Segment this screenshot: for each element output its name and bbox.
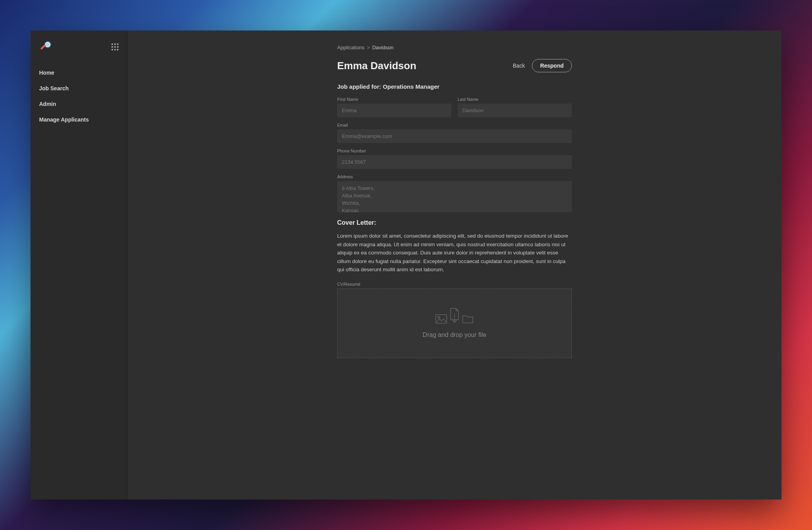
breadcrumb-parent-link[interactable]: Applications xyxy=(337,45,365,50)
job-prefix: Job applied for: xyxy=(337,83,383,90)
cover-letter-title: Cover Letter: xyxy=(337,219,572,226)
phone-label: Phone Number xyxy=(337,149,572,153)
svg-point-1 xyxy=(46,43,49,46)
dropzone-text: Drag and drop your file xyxy=(423,331,487,338)
address-label: Address xyxy=(337,174,572,179)
first-name-label: First Name xyxy=(337,97,451,102)
last-name-field[interactable] xyxy=(458,104,572,117)
breadcrumb-separator: > xyxy=(367,45,370,50)
sidebar-item-home[interactable]: Home xyxy=(31,65,127,81)
sidebar-nav: Home Job Search Admin Manage Applicants xyxy=(31,65,127,127)
job-title: Operations Manager xyxy=(383,83,440,90)
first-name-group: First Name xyxy=(337,97,451,117)
sidebar-top xyxy=(31,40,127,65)
app-logo-icon xyxy=(39,40,53,54)
phone-group: Phone Number xyxy=(337,149,572,169)
header-row: Emma Davidson Back Respond xyxy=(337,59,572,72)
sidebar: Home Job Search Admin Manage Applicants xyxy=(31,30,128,500)
image-icon xyxy=(435,314,447,324)
svg-point-4 xyxy=(438,316,440,318)
breadcrumb-current: Davidson xyxy=(372,45,393,50)
apps-grid-icon[interactable] xyxy=(111,43,119,50)
address-field[interactable] xyxy=(337,181,572,212)
address-group: Address xyxy=(337,174,572,212)
email-field[interactable] xyxy=(337,129,572,143)
file-download-icon xyxy=(449,308,460,324)
svg-rect-3 xyxy=(436,315,447,323)
page-title: Emma Davidson xyxy=(337,60,416,72)
cover-letter-body: Lorem ipsum dolor sit amet, consectetur … xyxy=(337,232,572,274)
first-name-field[interactable] xyxy=(337,104,451,117)
breadcrumb: Applications > Davidson xyxy=(337,45,572,50)
header-actions: Back Respond xyxy=(513,59,572,72)
sidebar-item-manage-applicants[interactable]: Manage Applicants xyxy=(31,112,127,127)
cv-group: CV/Resumé xyxy=(337,282,572,358)
main-content: Applications > Davidson Emma Davidson Ba… xyxy=(128,30,781,500)
email-row: Email xyxy=(337,123,572,143)
job-applied-for: Job applied for: Operations Manager xyxy=(337,83,572,90)
last-name-group: Last Name xyxy=(458,97,572,117)
app-window: Home Job Search Admin Manage Applicants … xyxy=(31,30,781,500)
content-column: Applications > Davidson Emma Davidson Ba… xyxy=(337,45,572,476)
back-button[interactable]: Back xyxy=(513,63,525,69)
address-row: Address xyxy=(337,174,572,212)
email-label: Email xyxy=(337,123,572,127)
name-row: First Name Last Name xyxy=(337,97,572,117)
folder-icon xyxy=(462,314,474,324)
cv-dropzone[interactable]: Drag and drop your file xyxy=(337,288,572,358)
respond-button[interactable]: Respond xyxy=(532,59,572,72)
sidebar-item-job-search[interactable]: Job Search xyxy=(31,81,127,96)
phone-row: Phone Number xyxy=(337,149,572,169)
dropzone-icons xyxy=(435,308,474,324)
cv-label: CV/Resumé xyxy=(337,282,572,286)
sidebar-item-admin[interactable]: Admin xyxy=(31,96,127,112)
email-group: Email xyxy=(337,123,572,143)
last-name-label: Last Name xyxy=(458,97,572,102)
phone-field[interactable] xyxy=(337,155,572,169)
